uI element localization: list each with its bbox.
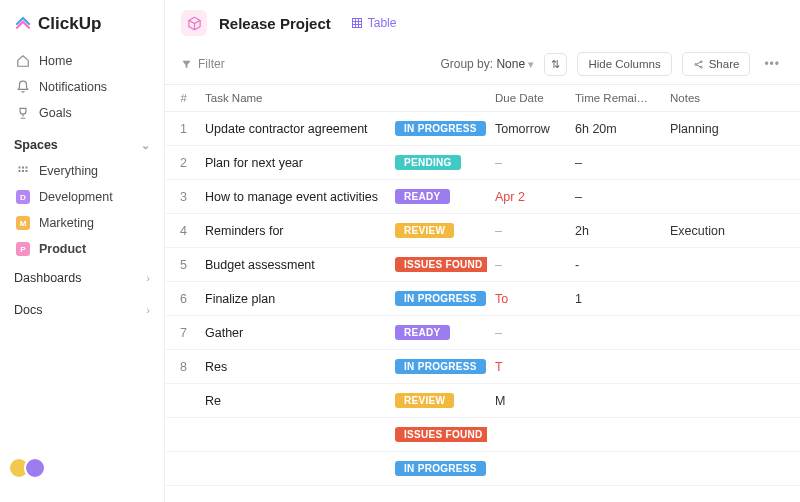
more-menu[interactable]: ••• [760, 57, 784, 71]
cell-notes[interactable] [662, 452, 800, 486]
brand-logo[interactable]: ClickUp [0, 10, 164, 48]
cell-notes[interactable] [662, 248, 800, 282]
cell-due[interactable]: – [487, 316, 567, 350]
table-row[interactable]: ReREVIEWM [165, 384, 800, 418]
col-header-status[interactable] [387, 85, 487, 112]
cell-notes[interactable] [662, 350, 800, 384]
section-docs[interactable]: Docs › [0, 294, 164, 326]
cell-task[interactable]: Gather [197, 316, 387, 350]
cell-time[interactable]: 6h 20m [567, 112, 662, 146]
cell-due[interactable]: Apr 2 [487, 180, 567, 214]
cell-status[interactable]: REVIEW [387, 384, 487, 418]
table-row[interactable]: 6Finalize planIN PROGRESSTo1 [165, 282, 800, 316]
col-header-time[interactable]: Time Remaining [567, 85, 662, 112]
cell-status[interactable]: ISSUES FOUND [387, 418, 487, 452]
view-tab-table[interactable]: Table [351, 16, 397, 30]
nav-goals[interactable]: Goals [8, 100, 156, 126]
cell-status[interactable]: READY [387, 180, 487, 214]
cell-task[interactable]: How to manage event activities [197, 180, 387, 214]
cell-task[interactable]: Res [197, 350, 387, 384]
cell-time[interactable] [567, 384, 662, 418]
cell-status[interactable]: IN PROGRESS [387, 350, 487, 384]
sort-icon: ⇅ [551, 58, 560, 70]
project-icon[interactable] [181, 10, 207, 36]
primary-nav: Home Notifications Goals [0, 48, 164, 126]
section-dashboards[interactable]: Dashboards › [0, 262, 164, 294]
table-row[interactable]: 1Update contractor agreementIN PROGRESST… [165, 112, 800, 146]
cell-time[interactable]: - [567, 248, 662, 282]
cell-status[interactable]: READY [387, 316, 487, 350]
table-row[interactable]: 3How to manage event activitiesREADYApr … [165, 180, 800, 214]
hide-columns-button[interactable]: Hide Columns [577, 52, 671, 76]
cell-notes[interactable] [662, 384, 800, 418]
cell-notes[interactable]: Execution [662, 214, 800, 248]
status-pill: READY [395, 189, 450, 204]
cell-due[interactable]: To [487, 282, 567, 316]
spaces-header[interactable]: Spaces ⌄ [0, 126, 164, 158]
cell-task[interactable]: Budget assessment [197, 248, 387, 282]
cell-notes[interactable] [662, 146, 800, 180]
space-marketing[interactable]: M Marketing [8, 210, 156, 236]
cell-time[interactable] [567, 350, 662, 384]
table-row[interactable]: IN PROGRESS [165, 452, 800, 486]
cell-time[interactable] [567, 418, 662, 452]
cell-notes[interactable] [662, 316, 800, 350]
cell-notes[interactable] [662, 282, 800, 316]
user-avatars[interactable] [0, 447, 164, 492]
cell-task[interactable]: Reminders for [197, 214, 387, 248]
cell-task[interactable]: Re [197, 384, 387, 418]
table-row[interactable]: 8ResIN PROGRESST [165, 350, 800, 384]
cell-due[interactable] [487, 452, 567, 486]
cell-status[interactable]: ISSUES FOUND [387, 248, 487, 282]
table-row[interactable]: 5Budget assessmentISSUES FOUND–- [165, 248, 800, 282]
share-button[interactable]: Share [682, 52, 751, 76]
cell-due[interactable]: Tomorrow [487, 112, 567, 146]
svg-rect-6 [352, 19, 361, 28]
cell-status[interactable]: IN PROGRESS [387, 112, 487, 146]
cell-task[interactable] [197, 452, 387, 486]
col-header-notes[interactable]: Notes [662, 85, 800, 112]
cell-notes[interactable]: Planning [662, 112, 800, 146]
cell-notes[interactable] [662, 418, 800, 452]
cell-status[interactable]: IN PROGRESS [387, 282, 487, 316]
col-header-num[interactable]: # [165, 85, 197, 112]
cell-num: 6 [165, 282, 197, 316]
cell-time[interactable]: – [567, 180, 662, 214]
cell-task[interactable]: Finalize plan [197, 282, 387, 316]
table-row[interactable]: 7GatherREADY– [165, 316, 800, 350]
cell-due[interactable]: – [487, 248, 567, 282]
space-product[interactable]: P Product [8, 236, 156, 262]
table-row[interactable]: 2Plan for next yearPENDING–– [165, 146, 800, 180]
col-header-task[interactable]: Task Name [197, 85, 387, 112]
col-header-due[interactable]: Due Date [487, 85, 567, 112]
cell-status[interactable]: REVIEW [387, 214, 487, 248]
cell-time[interactable]: 1 [567, 282, 662, 316]
cell-time[interactable]: – [567, 146, 662, 180]
cell-time[interactable] [567, 316, 662, 350]
nav-home[interactable]: Home [8, 48, 156, 74]
table-row[interactable]: ISSUES FOUND [165, 418, 800, 452]
cell-due[interactable]: M [487, 384, 567, 418]
cell-due[interactable]: – [487, 214, 567, 248]
cell-due[interactable] [487, 418, 567, 452]
cell-notes[interactable] [662, 180, 800, 214]
table-row[interactable]: 4Reminders forREVIEW–2hExecution [165, 214, 800, 248]
cell-status[interactable]: IN PROGRESS [387, 452, 487, 486]
grid-icon [16, 164, 30, 178]
cell-task[interactable]: Plan for next year [197, 146, 387, 180]
cell-due[interactable]: – [487, 146, 567, 180]
cell-time[interactable] [567, 452, 662, 486]
space-development[interactable]: D Development [8, 184, 156, 210]
cell-task[interactable] [197, 418, 387, 452]
nav-notifications[interactable]: Notifications [8, 74, 156, 100]
filter-button[interactable]: Filter [181, 57, 225, 71]
sort-button[interactable]: ⇅ [544, 53, 567, 76]
cell-num [165, 384, 197, 418]
group-by-selector[interactable]: Group by: None ▾ [440, 57, 534, 71]
home-icon [16, 54, 30, 68]
cell-due[interactable]: T [487, 350, 567, 384]
cell-time[interactable]: 2h [567, 214, 662, 248]
cell-status[interactable]: PENDING [387, 146, 487, 180]
cell-task[interactable]: Update contractor agreement [197, 112, 387, 146]
space-everything[interactable]: Everything [8, 158, 156, 184]
